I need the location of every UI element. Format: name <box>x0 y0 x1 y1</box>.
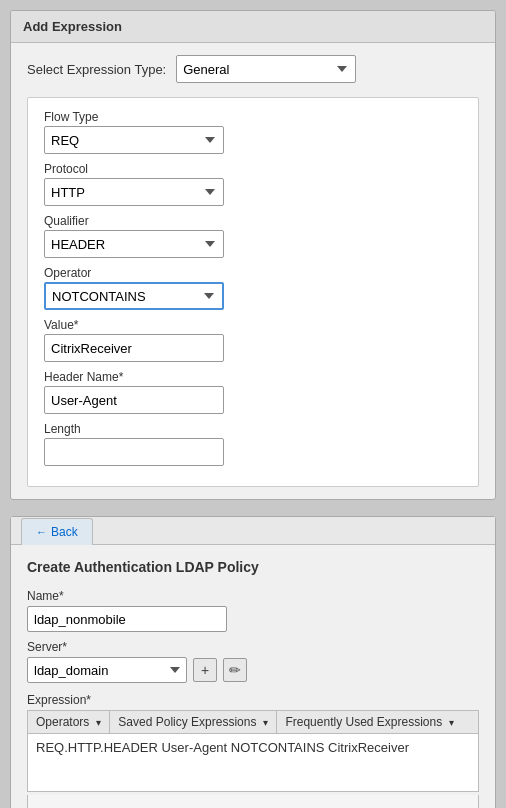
name-input[interactable] <box>27 606 227 632</box>
operator-group: Operator NOTCONTAINS <box>44 266 462 310</box>
operator-label: Operator <box>44 266 462 280</box>
length-input[interactable] <box>44 438 224 466</box>
add-expression-title: Add Expression <box>11 11 495 43</box>
ldap-section-title: Create Authentication LDAP Policy <box>27 559 479 575</box>
back-tab-label: Back <box>51 525 78 539</box>
header-name-input[interactable] <box>44 386 224 414</box>
header-name-label: Header Name* <box>44 370 462 384</box>
protocol-group: Protocol HTTP <box>44 162 462 206</box>
ldap-policy-body: Create Authentication LDAP Policy Name* … <box>11 545 495 808</box>
expression-inner-form: Flow Type REQ Protocol HTTP Qualifier HE… <box>27 97 479 487</box>
flow-type-select[interactable]: REQ <box>44 126 224 154</box>
operators-label: Operators <box>36 715 89 729</box>
back-tab[interactable]: ←Back <box>21 518 93 545</box>
frequently-used-dropdown[interactable]: Frequently Used Expressions ▾ <box>277 711 462 733</box>
add-expression-panel: Add Expression Select Expression Type: G… <box>10 10 496 500</box>
operators-dropdown[interactable]: Operators ▾ <box>28 711 110 733</box>
saved-expressions-label: Saved Policy Expressions <box>118 715 256 729</box>
name-group: Name* <box>27 589 479 632</box>
protocol-label: Protocol <box>44 162 462 176</box>
value-group: Value* <box>44 318 462 362</box>
server-group: Server* ldap_domain + ✏ <box>27 640 479 683</box>
edit-server-button[interactable]: ✏ <box>223 658 247 682</box>
back-arrow-icon: ← <box>36 526 47 538</box>
qualifier-group: Qualifier HEADER <box>44 214 462 258</box>
add-expression-body: Select Expression Type: General Flow Typ… <box>11 43 495 499</box>
expression-type-label: Select Expression Type: <box>27 62 166 77</box>
qualifier-label: Qualifier <box>44 214 462 228</box>
saved-expressions-chevron-icon: ▾ <box>263 717 268 728</box>
expression-textarea[interactable]: REQ.HTTP.HEADER User-Agent NOTCONTAINS C… <box>27 733 479 792</box>
plus-icon: + <box>201 662 209 678</box>
protocol-select[interactable]: HTTP <box>44 178 224 206</box>
header-name-group: Header Name* <box>44 370 462 414</box>
expression-label: Expression* <box>27 693 479 707</box>
expression-type-row: Select Expression Type: General <box>27 55 479 83</box>
add-expression-title-text: Add Expression <box>23 19 122 34</box>
saved-expressions-dropdown[interactable]: Saved Policy Expressions ▾ <box>110 711 277 733</box>
name-label: Name* <box>27 589 479 603</box>
frequently-used-label: Frequently Used Expressions <box>285 715 442 729</box>
server-label: Server* <box>27 640 479 654</box>
length-label: Length <box>44 422 462 436</box>
ldap-policy-panel: ←Back Create Authentication LDAP Policy … <box>10 516 496 808</box>
length-group: Length <box>44 422 462 466</box>
server-select[interactable]: ldap_domain <box>27 657 187 683</box>
operator-select[interactable]: NOTCONTAINS <box>44 282 224 310</box>
flow-type-group: Flow Type REQ <box>44 110 462 154</box>
tab-bar: ←Back <box>11 517 495 545</box>
add-server-button[interactable]: + <box>193 658 217 682</box>
expression-bottom-bar <box>27 795 479 808</box>
frequently-used-chevron-icon: ▾ <box>449 717 454 728</box>
expression-type-select[interactable]: General <box>176 55 356 83</box>
expression-group: Expression* Operators ▾ Saved Policy Exp… <box>27 693 479 808</box>
expression-toolbar: Operators ▾ Saved Policy Expressions ▾ F… <box>27 710 479 733</box>
flow-type-label: Flow Type <box>44 110 462 124</box>
operators-chevron-icon: ▾ <box>96 717 101 728</box>
value-label: Value* <box>44 318 462 332</box>
server-row: ldap_domain + ✏ <box>27 657 479 683</box>
value-input[interactable] <box>44 334 224 362</box>
qualifier-select[interactable]: HEADER <box>44 230 224 258</box>
edit-icon: ✏ <box>229 662 241 678</box>
